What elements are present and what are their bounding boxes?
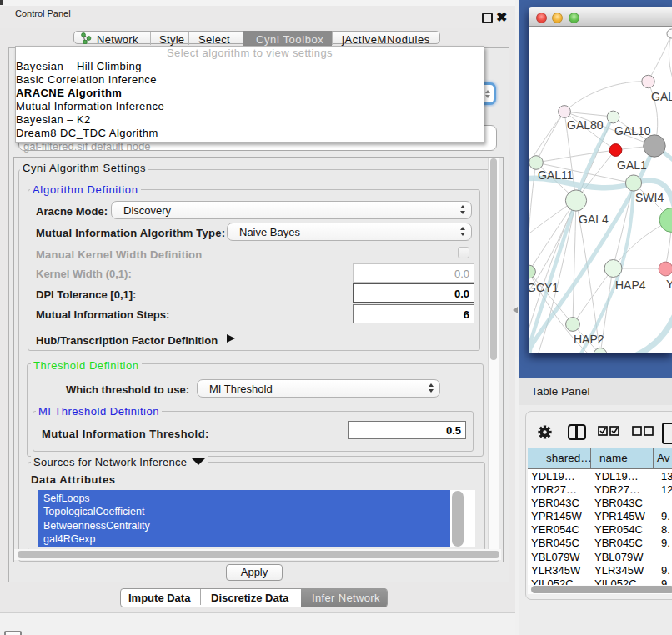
- svg-text:GAL2: GAL2: [651, 90, 672, 103]
- svg-text:GAL80: GAL80: [567, 118, 604, 132]
- svg-text:GCY1: GCY1: [529, 281, 559, 294]
- svg-text:GAL11: GAL11: [538, 168, 574, 182]
- svg-text:GAL4: GAL4: [579, 212, 609, 226]
- svg-text:Y: Y: [666, 278, 672, 291]
- svg-text:GAL10: GAL10: [614, 124, 651, 138]
- svg-text:GAL1: GAL1: [617, 158, 647, 172]
- svg-text:SWI4: SWI4: [635, 191, 664, 204]
- svg-text:HAP2: HAP2: [574, 332, 604, 346]
- svg-text:HAP4: HAP4: [615, 278, 646, 292]
